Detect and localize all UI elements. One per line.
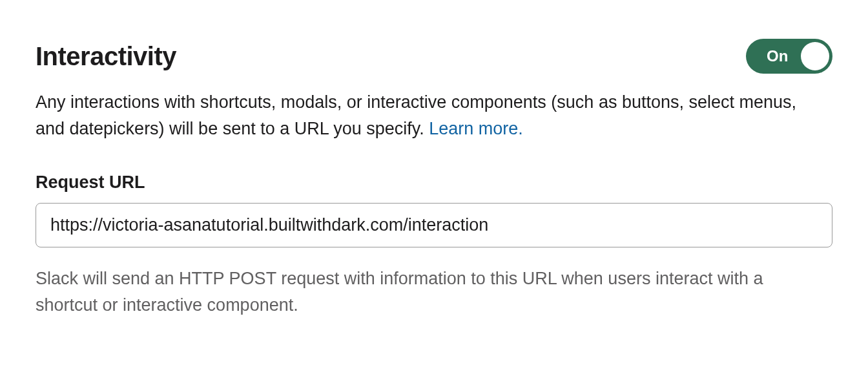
interactivity-toggle[interactable]: On [746, 39, 832, 74]
section-header: Interactivity On [36, 39, 832, 74]
toggle-knob [801, 42, 829, 70]
description-text: Any interactions with shortcuts, modals,… [36, 92, 796, 138]
learn-more-link[interactable]: Learn more. [429, 119, 523, 138]
section-description: Any interactions with shortcuts, modals,… [36, 89, 830, 142]
request-url-input[interactable] [36, 203, 832, 247]
toggle-label: On [767, 47, 788, 65]
request-url-label: Request URL [36, 173, 832, 193]
request-url-helper: Slack will send an HTTP POST request wit… [36, 266, 830, 318]
section-title: Interactivity [36, 42, 176, 71]
